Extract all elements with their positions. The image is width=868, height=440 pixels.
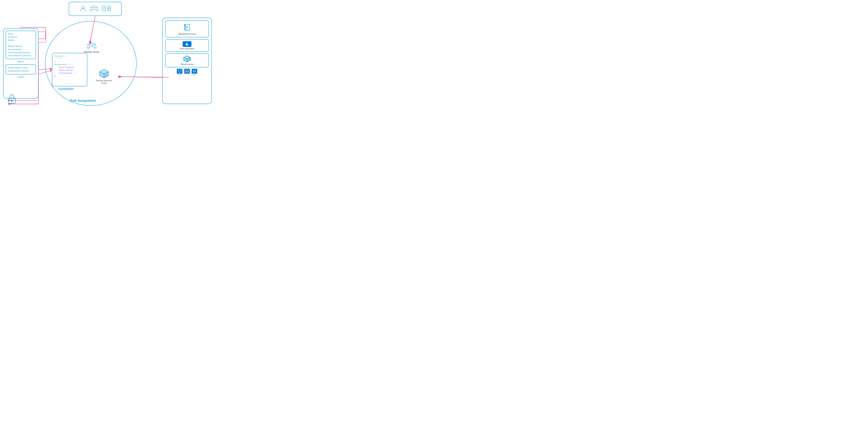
role-user-access-admin: User Access Administrator <box>8 51 34 54</box>
role-ellipsis: ... <box>8 42 34 45</box>
management-group-label: Management Group <box>178 33 196 35</box>
built-in-label: Built in <box>6 60 36 63</box>
contributor-code: "actions": [ "*" ], "notActions": [ "Aut… <box>54 55 85 77</box>
management-group-icon <box>183 23 191 32</box>
svg-point-23 <box>185 25 186 26</box>
management-group-box: Management Group <box>165 21 209 37</box>
subscription-box: Azure subscription <box>165 39 209 52</box>
role-reader-support: Reader Support Tickets <box>8 66 34 69</box>
devops-resource-group: DevOps Resource Group <box>93 69 115 85</box>
custom-box: Reader Support Tickets Virtual Machine O… <box>6 64 36 74</box>
devops-resource-group-label: DevOps Resource Group <box>93 79 115 85</box>
svg-point-14 <box>94 44 96 45</box>
table-resource <box>184 69 190 75</box>
vm-resource: VM <box>177 69 182 75</box>
svg-point-8 <box>104 7 106 10</box>
svg-rect-29 <box>185 70 189 72</box>
svg-point-6 <box>96 6 98 8</box>
role-contributor: Contributor <box>8 36 34 39</box>
devops-group: DevOps Group <box>81 42 102 53</box>
resources-row: VM <box>165 69 209 75</box>
role-vm-contributor: Virtual Machine Contributor <box>8 54 34 57</box>
lock-icon <box>7 93 16 105</box>
contributor-box: "actions": [ "*" ], "notActions": [ "Aut… <box>52 53 87 86</box>
svg-point-5 <box>90 6 92 8</box>
resource-group-label: Resource group <box>181 63 193 65</box>
svg-point-3 <box>82 6 85 8</box>
role-owner: Owner <box>8 32 34 36</box>
subscription-label: Azure subscription <box>180 48 194 50</box>
role-reader: Reader <box>8 39 34 42</box>
svg-point-4 <box>93 6 95 8</box>
diagram-container: Role Assignment DevOps Group DevOps Reso… <box>0 0 217 110</box>
role-vm-operator: Virtual Machine Operator <box>8 69 34 73</box>
roles-panel: Owner Contributor Reader ... Backup Oper… <box>3 28 38 99</box>
svg-rect-28 <box>178 70 181 72</box>
built-in-box: Owner Contributor Reader ... Backup Oper… <box>6 31 36 59</box>
svg-point-13 <box>88 44 89 45</box>
resource-group-icon <box>183 55 191 62</box>
svg-point-12 <box>90 43 93 45</box>
svg-point-20 <box>11 100 12 101</box>
role-security-reader: Security Reader <box>8 48 34 51</box>
azure-logo <box>183 41 191 47</box>
right-panel: Management Group Azure subscription Reso… <box>162 18 212 104</box>
group-icon <box>90 5 98 13</box>
role-assignment-label: Role Assignment <box>69 99 97 103</box>
identity-box <box>69 2 122 16</box>
sql-resource: SQL <box>192 69 197 75</box>
resource-group-box: Resource group <box>165 53 209 67</box>
svg-point-34 <box>193 70 196 71</box>
id-card-icon <box>102 5 111 12</box>
custom-label: Custom <box>6 76 36 78</box>
user-icon <box>80 5 87 13</box>
contributor-label: Contributor <box>58 88 74 91</box>
role-backup-operator: Backup Operator <box>8 45 34 48</box>
